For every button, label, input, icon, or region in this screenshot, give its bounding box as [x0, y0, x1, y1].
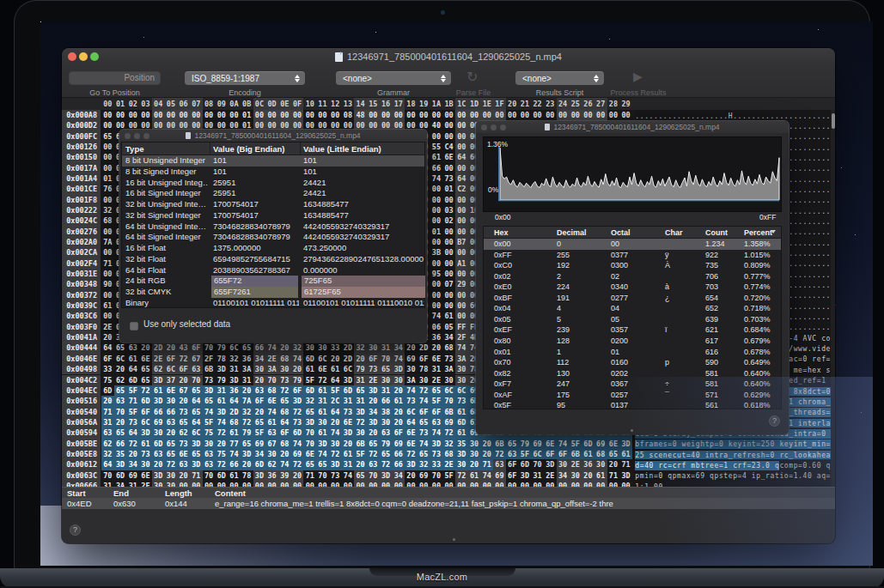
- ascii-char[interactable]: a: [812, 408, 816, 418]
- ascii-char[interactable]: e: [663, 419, 668, 429]
- ascii-char[interactable]: =: [816, 376, 820, 386]
- ascii-char[interactable]: e: [658, 439, 662, 450]
- hex-byte[interactable]: 3A: [241, 364, 253, 374]
- hex-byte[interactable]: 20: [480, 439, 493, 449]
- ascii-char[interactable]: 1: [737, 387, 741, 397]
- hex-byte[interactable]: 5F: [354, 449, 367, 459]
- ascii-char[interactable]: =: [756, 439, 760, 450]
- ascii-char[interactable]: r: [802, 408, 807, 418]
- hex-byte[interactable]: 72: [291, 407, 304, 417]
- ascii-char[interactable]: b: [635, 439, 639, 450]
- ascii-char[interactable]: :: [639, 482, 643, 487]
- hex-byte[interactable]: 00: [519, 481, 532, 487]
- hex-byte[interactable]: 3D: [241, 449, 253, 459]
- ascii-char[interactable]: r: [677, 461, 681, 471]
- hex-byte[interactable]: 00: [241, 481, 253, 487]
- ascii-char[interactable]: c: [672, 461, 676, 471]
- inspector-row[interactable]: 32 bit Signed Integer1700754017163488547…: [122, 210, 424, 221]
- panel-resize-grip-icon[interactable]: [631, 429, 633, 432]
- hex-byte[interactable]: 72: [380, 459, 393, 470]
- ascii-char[interactable]: e: [672, 397, 676, 408]
- ascii-char[interactable]: l: [649, 419, 653, 429]
- panel-dot-icon[interactable]: [500, 124, 506, 130]
- hex-byte[interactable]: 3D: [455, 449, 468, 459]
- hex-byte[interactable]: 31: [519, 396, 532, 406]
- hex-byte[interactable]: 65: [190, 449, 203, 459]
- ascii-char[interactable]: =: [649, 429, 653, 439]
- hex-byte[interactable]: 30: [253, 364, 266, 374]
- ascii-char[interactable]: c: [733, 461, 737, 471]
- hex-byte[interactable]: 55: [430, 142, 443, 152]
- ascii-char[interactable]: o: [752, 408, 756, 418]
- hex-byte[interactable]: 2E: [152, 354, 165, 364]
- hex-byte[interactable]: 00: [544, 481, 557, 487]
- hex-byte[interactable]: 72: [241, 417, 253, 427]
- ascii-char[interactable]: [775, 451, 779, 461]
- hex-byte[interactable]: 00: [253, 110, 266, 120]
- ascii-char[interactable]: =: [686, 451, 691, 461]
- hex-byte[interactable]: 31: [342, 396, 355, 406]
- hex-byte[interactable]: 68: [594, 449, 607, 459]
- hex-byte[interactable]: 3D: [190, 439, 203, 449]
- hex-byte[interactable]: C2: [455, 184, 468, 194]
- ascii-char[interactable]: n: [798, 429, 802, 439]
- hex-byte[interactable]: 63: [190, 364, 203, 374]
- hex-byte[interactable]: 00: [442, 110, 455, 120]
- ascii-char[interactable]: 8: [802, 387, 807, 397]
- hex-byte[interactable]: 00: [619, 481, 632, 487]
- ascii-char[interactable]: =: [654, 376, 658, 386]
- ascii-char[interactable]: s: [644, 419, 649, 429]
- ascii-char[interactable]: .: [747, 482, 751, 487]
- ascii-char[interactable]: 1: [793, 471, 797, 482]
- ascii-char[interactable]: 1: [635, 482, 639, 487]
- hex-byte[interactable]: 78: [418, 364, 430, 374]
- ascii-char[interactable]: k: [808, 451, 812, 461]
- hex-byte[interactable]: 34: [392, 470, 405, 481]
- ascii-char[interactable]: =: [816, 429, 820, 439]
- ascii-char[interactable]: t: [714, 451, 718, 461]
- ascii-char[interactable]: .: [677, 482, 681, 487]
- hex-byte[interactable]: 38: [557, 385, 570, 396]
- ascii-char[interactable]: 1: [784, 387, 789, 397]
- hex-byte[interactable]: 00: [380, 481, 393, 487]
- ascii-char[interactable]: .: [704, 482, 709, 487]
- ascii-char[interactable]: h: [816, 451, 820, 461]
- hex-byte[interactable]: 00: [442, 269, 455, 279]
- hex-byte[interactable]: 30: [405, 364, 418, 374]
- hex-byte[interactable]: 2F: [455, 332, 468, 342]
- ascii-char[interactable]: m: [644, 376, 649, 386]
- hex-byte[interactable]: 34: [367, 407, 380, 417]
- ascii-char[interactable]: t: [723, 471, 728, 482]
- ascii-char[interactable]: =: [733, 419, 737, 429]
- ascii-char[interactable]: o: [742, 429, 747, 439]
- hex-byte[interactable]: 00: [329, 110, 342, 120]
- ascii-char[interactable]: .: [663, 482, 668, 487]
- hex-byte[interactable]: 20: [519, 385, 532, 396]
- hex-byte[interactable]: 20: [139, 342, 152, 353]
- hex-byte[interactable]: 6E: [139, 470, 152, 481]
- hex-byte[interactable]: 74: [278, 459, 291, 470]
- hex-byte[interactable]: 66: [152, 407, 165, 417]
- ascii-char[interactable]: =: [784, 419, 789, 429]
- hex-byte[interactable]: 72: [594, 417, 607, 427]
- hex-byte[interactable]: 6F: [418, 407, 430, 417]
- ascii-char[interactable]: 0: [760, 376, 765, 386]
- hex-byte[interactable]: 74: [569, 417, 582, 427]
- hex-byte[interactable]: 73: [418, 427, 430, 438]
- help-button[interactable]: ?: [70, 524, 81, 536]
- hex-byte[interactable]: 6F: [544, 449, 557, 459]
- hex-byte[interactable]: 00: [544, 110, 557, 120]
- hex-byte[interactable]: 6E: [430, 354, 443, 364]
- hex-byte[interactable]: 79: [215, 342, 228, 353]
- hex-byte[interactable]: 73: [342, 407, 355, 417]
- ascii-char[interactable]: _: [826, 397, 830, 408]
- hex-byte[interactable]: 20: [278, 449, 291, 459]
- hex-byte[interactable]: 00: [455, 110, 468, 120]
- ascii-char[interactable]: 5: [639, 451, 643, 461]
- ascii-char[interactable]: 0: [765, 376, 770, 386]
- hex-byte[interactable]: 74: [594, 385, 607, 396]
- hex-byte[interactable]: 70: [114, 407, 127, 417]
- ascii-char[interactable]: i: [704, 451, 709, 461]
- hex-byte[interactable]: 66: [380, 396, 393, 406]
- hex-byte[interactable]: 61: [215, 396, 228, 406]
